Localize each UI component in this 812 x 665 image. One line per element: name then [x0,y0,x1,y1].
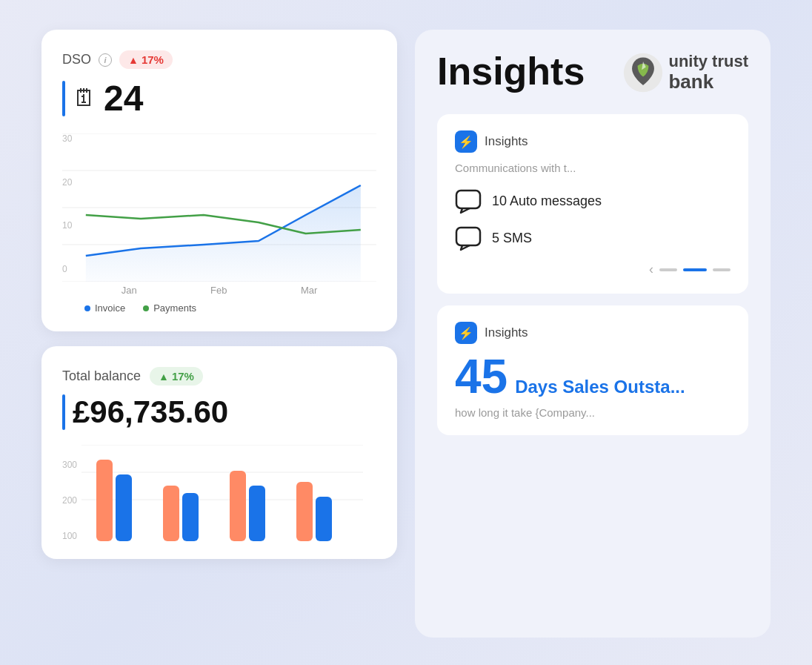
svg-rect-16 [316,497,332,541]
bolt-badge-2: ⚡ [455,322,477,344]
bolt-badge-1: ⚡ [455,130,477,153]
logo-icon [622,52,664,93]
right-header: Insights unity trust bank [437,52,748,93]
dso-big-number: 45 [455,353,508,400]
balance-card: Total balance ▲ 17% £96,735.60 300 200 1… [41,346,397,559]
svg-rect-11 [163,486,179,541]
insight-card-2: ⚡ Insights 45 Days Sales Outsta... how l… [437,305,748,435]
pag-dot-2[interactable] [683,268,707,271]
balance-blue-bar [62,394,65,430]
balance-header: Total balance ▲ 17% [62,367,376,386]
balance-label: Total balance [62,368,141,384]
insight-card-1-subtitle: Communications with t... [455,162,731,174]
bar-chart-area: 300 200 100 [62,445,376,541]
svg-rect-19 [456,228,480,245]
arrow-up-icon: ▲ [128,54,139,66]
page-title: Insights [437,52,585,90]
legend-dot-invoice [84,305,90,311]
unity-logo: unity trust bank [622,52,748,93]
legend-label-payments: Payments [153,302,196,314]
bar-chart-svg [81,445,363,541]
message-item-sms: 5 SMS [455,225,731,251]
svg-rect-10 [116,474,132,541]
arrow-up-green-icon: ▲ [159,371,169,383]
brand-bank: bank [668,71,748,93]
prev-arrow[interactable]: ‹ [649,262,653,277]
chart-legend: Invoice Payments [62,302,376,314]
dso-number: 24 [104,78,143,119]
svg-rect-15 [296,482,313,541]
balance-number: £96,735.60 [73,394,228,430]
info-icon[interactable]: i [99,53,112,67]
insight-card-1: ⚡ Insights Communications with t... 10 A… [437,114,748,294]
legend-label-invoice: Invoice [95,302,125,314]
auto-message-icon [455,188,482,214]
blue-bar [62,81,65,116]
dso-big-label: Days Sales Outsta... [515,377,685,397]
insight-card-1-header: ⚡ Insights [455,130,731,153]
line-chart-area: 30 20 10 0 [62,133,376,297]
svg-rect-18 [456,191,480,208]
line-chart-svg [62,133,376,282]
insight-card-2-title: Insights [485,325,528,340]
legend-invoice: Invoice [84,302,125,314]
sms-text: 5 SMS [492,231,532,246]
sms-icon [455,225,482,251]
dso-header: DSO i ▲ 17% [62,50,376,69]
right-column: Insights unity trust bank [415,30,771,638]
insight-card-2-header: ⚡ Insights [455,322,731,344]
balance-badge: ▲ 17% [150,367,203,386]
chart-x-labels: Jan Feb Mar [62,285,376,296]
main-container: DSO i ▲ 17% 🗓 24 30 20 10 [0,0,812,665]
legend-dot-payments [143,305,149,311]
calendar-icon: 🗓 [73,85,96,112]
right-panel: Insights unity trust bank [415,30,771,638]
pag-dot-3[interactable] [713,268,731,271]
auto-messages-text: 10 Auto messages [492,193,602,209]
dso-label: DSO [62,52,91,67]
chart-y-labels: 30 20 10 0 [62,133,72,274]
svg-rect-14 [249,486,265,541]
message-item-auto: 10 Auto messages [455,188,731,214]
legend-payments: Payments [143,302,196,314]
insight-card-1-title: Insights [485,134,528,149]
dso-value-row: 🗓 24 [62,78,376,119]
insight-desc: how long it take {Company... [455,406,731,419]
dso-badge: ▲ 17% [119,50,173,69]
svg-rect-12 [182,493,199,541]
pagination: ‹ [455,262,731,277]
brand-text: unity trust bank [668,52,748,93]
svg-rect-9 [96,460,113,541]
balance-value-row: £96,735.60 [62,394,376,430]
svg-rect-13 [230,471,246,541]
left-column: DSO i ▲ 17% 🗓 24 30 20 10 [41,30,397,559]
pag-dot-1[interactable] [659,268,677,271]
dso-card: DSO i ▲ 17% 🗓 24 30 20 10 [41,30,397,331]
